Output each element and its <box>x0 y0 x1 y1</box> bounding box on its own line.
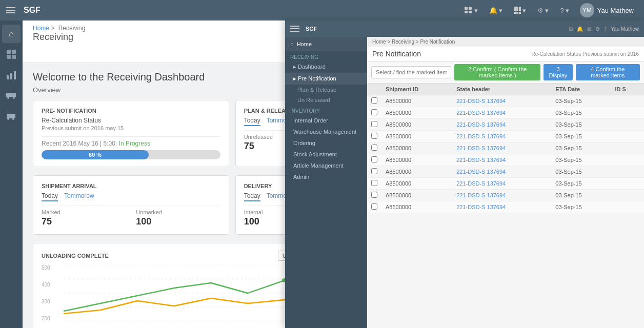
row-shipment-id: A8500000 <box>381 142 452 154</box>
popup-receiving-section: Receiving <box>285 51 367 61</box>
row-id <box>611 154 644 166</box>
plan-release-today-tab[interactable]: Today <box>244 117 260 126</box>
shipment-today-tab[interactable]: Today <box>42 192 58 201</box>
row-state[interactable]: 221-DSD-S 137694 <box>452 154 551 166</box>
username: Yau Mathew <box>597 7 634 14</box>
popup-pre-notification-item[interactable]: ▸ Pre Notification <box>285 73 367 85</box>
row-checkbox-cell[interactable] <box>367 178 381 190</box>
avatar: YM <box>580 3 594 17</box>
row-checkbox-cell[interactable] <box>367 95 381 107</box>
row-id <box>611 201 644 213</box>
popup-unreleased-item[interactable]: Un Released <box>285 95 367 105</box>
svg-rect-13 <box>7 50 11 54</box>
sidebar-shipping[interactable] <box>2 107 21 125</box>
top-navigation: SGF ▾ 🔔▾ ▾ ⚙ ▾ ? ▾ YM Yau Mathew <box>0 0 644 20</box>
hamburger-menu[interactable] <box>6 7 15 13</box>
row-checkbox-cell[interactable] <box>367 131 381 142</box>
row-state[interactable]: 221-DSD-S 137694 <box>452 95 551 107</box>
popup-article-item[interactable]: Article Management <box>285 160 367 171</box>
table-row: A8500000 221-DSD-S 137694 03-Sep-15 <box>367 178 644 190</box>
popup-main-content: Home > Receiving > Pre Notification Pre … <box>367 37 644 328</box>
svg-rect-20 <box>6 93 12 97</box>
row-checkbox-cell[interactable] <box>367 142 381 154</box>
sidebar-home[interactable]: ⌂ <box>2 25 21 43</box>
row-shipment-id: A8500000 <box>381 95 452 107</box>
sidebar-dashboard[interactable] <box>2 45 21 64</box>
svg-rect-18 <box>10 73 12 79</box>
row-state[interactable]: 221-DSD-S 137694 <box>452 119 551 131</box>
popup-dashboard-item[interactable]: ▸ Dashboard <box>285 61 367 73</box>
row-checkbox[interactable] <box>371 133 377 139</box>
row-checkbox[interactable] <box>371 156 377 162</box>
row-shipment-id: A8500000 <box>381 201 452 213</box>
grid-view-button[interactable]: ▾ <box>460 4 482 17</box>
popup-search-input[interactable] <box>371 66 451 78</box>
user-menu[interactable]: YM Yau Mathew <box>576 1 638 19</box>
popup-ordering-item[interactable]: Ordering <box>285 137 367 149</box>
popup-warehouse-item[interactable]: Warehouse Management <box>285 126 367 137</box>
row-state[interactable]: 221-DSD-S 137694 <box>452 131 551 142</box>
popup-inventory-item[interactable]: Internal Order <box>285 115 367 126</box>
popup-table: Shipment ID State header ETA Date ID S A… <box>367 84 644 213</box>
popup-hamburger[interactable] <box>290 26 299 32</box>
row-id <box>611 95 644 107</box>
row-checkbox[interactable] <box>371 168 377 174</box>
row-checkbox-cell[interactable] <box>367 107 381 119</box>
row-shipment-id: A8500000 <box>381 178 452 190</box>
popup-inventory-section: Inventory <box>285 105 367 115</box>
row-state[interactable]: 221-DSD-S 137694 <box>452 142 551 154</box>
row-checkbox-cell[interactable] <box>367 119 381 131</box>
row-checkbox-cell[interactable] <box>367 201 381 213</box>
row-eta: 03-Sep-15 <box>551 201 611 213</box>
row-eta: 03-Sep-15 <box>551 154 611 166</box>
row-state[interactable]: 221-DSD-S 137694 <box>452 190 551 201</box>
row-shipment-id: A8500000 <box>381 107 452 119</box>
help-button[interactable]: ? ▾ <box>555 4 573 17</box>
row-checkbox[interactable] <box>371 192 377 198</box>
svg-rect-5 <box>516 7 518 9</box>
row-checkbox[interactable] <box>371 97 377 104</box>
breadcrumb-section[interactable]: Receiving <box>58 25 86 32</box>
settings-button[interactable]: ⚙ ▾ <box>533 4 553 17</box>
delivery-today-tab[interactable]: Today <box>244 192 260 201</box>
bell-button[interactable]: 🔔▾ <box>485 4 507 17</box>
row-checkbox[interactable] <box>371 121 377 127</box>
table-row: A8500000 221-DSD-S 137694 03-Sep-15 <box>367 119 644 131</box>
row-checkbox[interactable] <box>371 203 377 210</box>
row-checkbox[interactable] <box>371 180 377 186</box>
apps-button[interactable]: ▾ <box>509 4 531 17</box>
row-id <box>611 131 644 142</box>
row-checkbox[interactable] <box>371 145 377 151</box>
row-state[interactable]: 221-DSD-S 137694 <box>452 178 551 190</box>
progress-bar-fill: 60 % <box>42 150 149 159</box>
row-state[interactable]: 221-DSD-S 137694 <box>452 201 551 213</box>
row-id <box>611 119 644 131</box>
popup-confirm-button[interactable]: 2 Confirm ( Confirm the marked items ) <box>454 64 540 80</box>
row-checkbox-cell[interactable] <box>367 154 381 166</box>
table-row: A8500000 221-DSD-S 137694 03-Sep-15 <box>367 95 644 107</box>
row-state[interactable]: 221-DSD-S 137694 <box>452 166 551 178</box>
sidebar-truck[interactable] <box>2 86 21 105</box>
shipment-unmarked: Unmarked 100 <box>136 209 220 227</box>
row-shipment-id: A8500000 <box>381 166 452 178</box>
row-state[interactable]: 221-DSD-S 137694 <box>452 107 551 119</box>
progress-bar-bg: 60 % <box>42 150 220 159</box>
popup-display-button[interactable]: 3 Display <box>544 64 572 80</box>
table-row: A8500000 221-DSD-S 137694 03-Sep-15 <box>367 142 644 154</box>
svg-rect-15 <box>7 55 11 59</box>
shipment-tomorrow-tab[interactable]: Tommorow <box>64 192 94 201</box>
row-checkbox-cell[interactable] <box>367 190 381 201</box>
status-in-progress: In Progress <box>119 140 150 147</box>
svg-marker-21 <box>12 93 16 97</box>
row-checkbox[interactable] <box>371 109 377 115</box>
popup-stock-item[interactable]: Stock Adjustment <box>285 149 367 160</box>
sidebar-chart[interactable] <box>2 66 21 84</box>
popup-admin-item[interactable]: Admin <box>285 171 367 182</box>
popup-plan-release-item[interactable]: Plan & Release <box>285 85 367 95</box>
breadcrumb-home[interactable]: Home <box>33 25 49 32</box>
popup-home-item[interactable]: ⌂ Home <box>285 37 367 51</box>
row-eta: 03-Sep-15 <box>551 142 611 154</box>
row-checkbox-cell[interactable] <box>367 166 381 178</box>
popup-confirm2-button[interactable]: 4 Confirm the marked items <box>576 64 640 80</box>
col-eta: ETA Date <box>551 84 611 95</box>
